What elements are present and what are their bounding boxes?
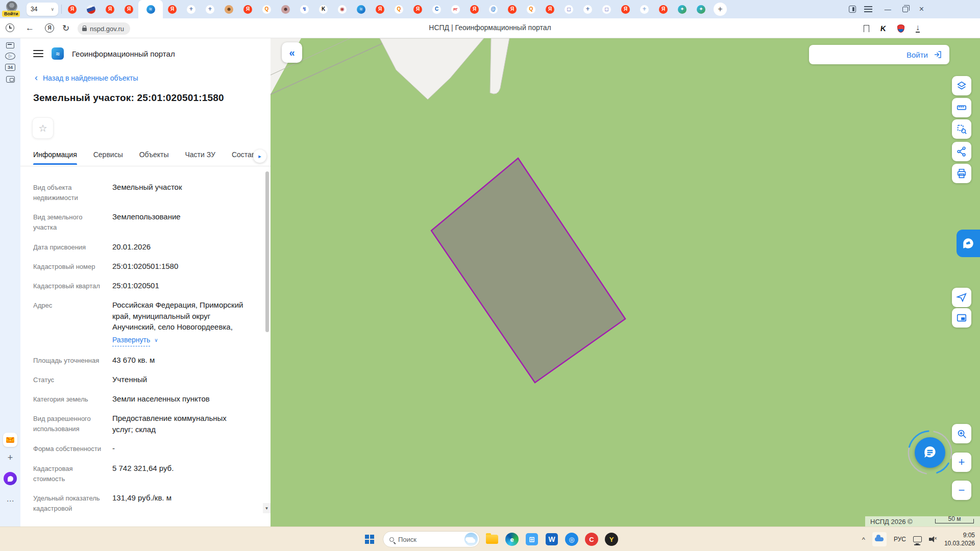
select-area-button[interactable] xyxy=(952,119,971,139)
browser-tab[interactable]: ↯ xyxy=(295,0,314,18)
panel-tab[interactable]: Информация xyxy=(33,151,77,165)
shield-extension-icon[interactable] xyxy=(897,24,904,33)
chat-support-button[interactable] xyxy=(915,437,945,468)
browser-tab[interactable]: ⚜ xyxy=(635,0,654,18)
feed-icon[interactable] xyxy=(0,42,20,48)
browser-tab[interactable] xyxy=(82,0,101,18)
cloud-sync-icon[interactable] xyxy=(872,532,887,546)
start-button[interactable] xyxy=(361,531,378,548)
browser-tab[interactable]: ✦ xyxy=(692,0,710,18)
print-button[interactable] xyxy=(952,164,971,183)
kinopoisk-extension-icon[interactable]: K xyxy=(880,24,887,33)
video-icon[interactable]: ▷ xyxy=(0,53,20,60)
browser-tab[interactable]: ⚜ xyxy=(201,0,219,18)
nspd-logo-icon[interactable]: ≈ xyxy=(52,47,64,60)
browser-tab[interactable]: РГ xyxy=(446,0,465,18)
collapse-panel-button[interactable]: « xyxy=(282,42,302,63)
alice-icon[interactable] xyxy=(0,472,20,485)
tab-favicon-icon: ⚜ xyxy=(640,5,649,14)
browser-tab[interactable]: ≈ xyxy=(352,0,371,18)
locate-button[interactable] xyxy=(952,288,971,307)
browser-tab[interactable]: Q xyxy=(257,0,276,18)
panel-tab[interactable]: Части ЗУ xyxy=(185,151,215,165)
browser-tab[interactable]: ◉ xyxy=(333,0,352,18)
network-icon[interactable] xyxy=(913,536,922,542)
taskbar-edge[interactable]: e xyxy=(504,532,520,547)
browser-tab[interactable]: @ xyxy=(484,0,503,18)
browser-tab[interactable]: Я xyxy=(119,0,138,18)
browser-tab[interactable]: Я xyxy=(238,0,257,18)
screenshot-icon[interactable] xyxy=(0,76,20,83)
browser-tab[interactable]: Я xyxy=(616,0,635,18)
browser-tab[interactable]: ≈ xyxy=(138,0,163,18)
taskbar-browser-red[interactable]: C xyxy=(584,532,599,547)
attribute-row: Вид объекта недвижимости Земельный участ… xyxy=(33,182,248,203)
taskbar-messenger[interactable]: ◎ xyxy=(564,532,579,547)
panel-tab[interactable]: Объекты xyxy=(139,151,169,165)
tabs-next-button[interactable]: ▸ xyxy=(253,149,266,163)
restore-button[interactable] xyxy=(902,7,908,12)
feedback-tab-button[interactable] xyxy=(957,230,980,257)
muted-speaker-icon[interactable] xyxy=(929,536,937,543)
sidebar-add-icon[interactable]: + xyxy=(0,453,20,463)
browser-tab[interactable]: Я xyxy=(408,0,427,18)
share-button[interactable] xyxy=(952,142,971,161)
taskbar-search[interactable]: Поиск xyxy=(383,531,480,547)
browser-tab[interactable]: Я xyxy=(101,0,119,18)
parcel-polygon[interactable] xyxy=(431,158,625,383)
map-login-bar[interactable]: Войти xyxy=(809,45,949,64)
browser-tab[interactable]: ✦ xyxy=(673,0,692,18)
mail-icon[interactable] xyxy=(0,433,20,447)
favorite-star-button[interactable]: ☆ xyxy=(32,117,54,139)
browser-tab[interactable]: Я xyxy=(371,0,389,18)
tray-clock[interactable]: 9:05 10.03.2026 xyxy=(944,531,975,547)
browser-tab[interactable]: ☻ xyxy=(219,0,238,18)
browser-menu-icon[interactable] xyxy=(864,6,872,12)
tray-expand-icon[interactable]: ^ xyxy=(862,536,865,543)
language-indicator[interactable]: РУС xyxy=(894,536,906,543)
sidebar-more-icon[interactable]: ⋯ xyxy=(0,496,20,506)
new-tab-button[interactable]: + xyxy=(714,3,727,16)
overview-map-button[interactable] xyxy=(952,308,971,328)
panel-tab[interactable]: Состав xyxy=(232,151,255,165)
zoom-in-button[interactable]: + xyxy=(952,453,971,472)
measure-button[interactable] xyxy=(952,98,971,117)
scroll-down-button[interactable]: ▼ xyxy=(263,503,271,513)
browser-tab[interactable]: ⚜ xyxy=(578,0,597,18)
back-to-results-link[interactable]: ‹ Назад в найденные объекты xyxy=(35,74,138,82)
browser-tab[interactable]: Q xyxy=(522,0,541,18)
browser-tab[interactable]: ◻ xyxy=(597,0,616,18)
browser-tab[interactable]: Я xyxy=(503,0,522,18)
tab-counter-button[interactable]: 34 ∨ xyxy=(27,3,58,16)
panel-tab[interactable]: Сервисы xyxy=(93,151,123,165)
browser-tab[interactable]: Я xyxy=(654,0,673,18)
close-button[interactable]: × xyxy=(919,5,924,14)
browser-profile[interactable]: Войти xyxy=(0,0,23,18)
browser-tab[interactable]: Q xyxy=(389,0,408,18)
bookmarks-panel-icon[interactable] xyxy=(849,6,856,13)
browser-tab[interactable]: C xyxy=(427,0,446,18)
browser-tab[interactable]: Я xyxy=(465,0,484,18)
zoom-to-area-button[interactable] xyxy=(952,424,971,443)
browser-tab[interactable]: K xyxy=(314,0,333,18)
taskbar-yandex-app[interactable]: Y xyxy=(604,532,619,547)
map-canvas[interactable]: « Войти xyxy=(271,38,980,527)
browser-tab[interactable]: ◻ xyxy=(559,0,578,18)
tabs-count-icon[interactable]: 34 xyxy=(0,64,20,71)
taskbar-word[interactable]: W xyxy=(544,532,559,547)
browser-tab[interactable]: Я xyxy=(541,0,559,18)
taskbar-explorer[interactable] xyxy=(484,532,500,547)
browser-tab[interactable]: ☻ xyxy=(276,0,295,18)
minimize-button[interactable]: — xyxy=(885,6,891,13)
panel-scrollbar[interactable] xyxy=(265,171,269,332)
layers-button[interactable] xyxy=(952,76,971,95)
browser-tab[interactable]: Я xyxy=(163,0,182,18)
downloads-icon[interactable]: ↓ xyxy=(916,24,920,32)
browser-tab[interactable]: ⚜ xyxy=(182,0,201,18)
hamburger-menu-icon[interactable] xyxy=(33,50,43,57)
expand-address-link[interactable]: Развернуть ∨ xyxy=(112,335,158,346)
taskbar-store[interactable]: ⊞ xyxy=(524,532,540,547)
zoom-out-button[interactable]: − xyxy=(952,481,971,500)
bookmark-icon[interactable] xyxy=(864,25,869,32)
browser-tab[interactable]: Я xyxy=(63,0,82,18)
